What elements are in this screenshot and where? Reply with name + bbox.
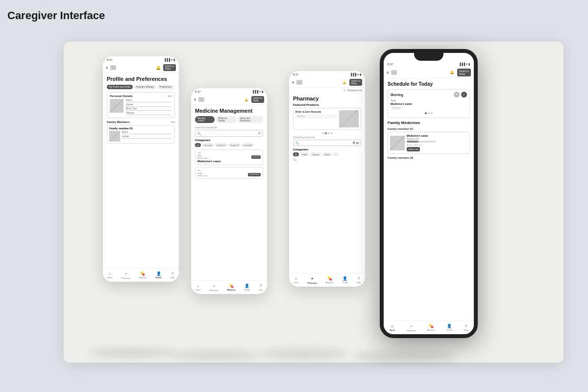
tab-my-profile[interactable]: My Profile and Family [107, 85, 133, 89]
medicine-name-1: Medicine's name [197, 160, 261, 163]
cat-capsule[interactable]: Capsule [310, 152, 321, 156]
gender-field: Gender [126, 103, 171, 107]
switch-role-btn-3[interactable]: Switch toRoles [349, 79, 362, 86]
cat-family03[interactable]: Family 03 [242, 143, 254, 147]
nav-pharmacy-p[interactable]: ＋ Pharmacy [308, 276, 317, 284]
order-status-btn-1[interactable]: Save (?) [251, 155, 261, 159]
nav-pharmacy-s[interactable]: ＋ Pharmacy [407, 323, 416, 332]
personal-details-edit[interactable]: Edit [168, 95, 172, 98]
cat-family02[interactable]: Family 02 [228, 143, 241, 147]
nav-pharmacy-m[interactable]: ＋ Pharmacy [210, 283, 219, 292]
phone-schedule: 8:37 ▐▐▐ ▾ ▮ ≡ 🔔 Switch toRoles Schedule… [380, 49, 478, 338]
showcase-area: 8:37 ▐▐▐ ▾ ▮ ≡ 🔔 Switch toRoles Profile … [64, 42, 564, 363]
nav-home-m[interactable]: ⌂ Home [196, 284, 201, 291]
tab-payment-settings[interactable]: Payment Settings [134, 85, 156, 89]
personal-details-title: Personal Details [110, 95, 133, 98]
tab-notes-reminders[interactable]: Notes and Reminders [238, 116, 263, 123]
nav-profile-p[interactable]: 👤 Profile [343, 276, 348, 284]
medicine-screen-title: Medicine Management [195, 108, 263, 114]
order-card-2: Tag Order Order code Order Status [195, 167, 263, 179]
nav-profile-s[interactable]: 👤 Profile [447, 324, 452, 331]
order-card-1: Tag Date Order code Save (?) Medicine's … [195, 149, 263, 165]
medicine-tabs: Manage Orders Medicine Details Notes and… [195, 116, 263, 123]
nav-help-m[interactable]: ? Help [259, 284, 263, 291]
family-avatar [109, 131, 120, 142]
cat-all[interactable]: All [195, 143, 201, 147]
profile-avatar [110, 99, 123, 113]
amount-left-label: Amount Left [407, 138, 467, 140]
cat-family01[interactable]: Family 01 [215, 143, 227, 147]
profile-screen-title: Profile and Preferences [107, 76, 175, 82]
pharmacy-search-label: Search by keywords [293, 136, 361, 139]
nav-profile[interactable]: 👤 Profile [155, 271, 161, 279]
bottom-nav-pharmacy: ⌂ Home ＋ Pharmacy 💊 Medicine 👤 Profile ? [289, 273, 365, 287]
med-image-01 [390, 136, 405, 150]
bell-icon[interactable]: 🔔 [155, 65, 161, 71]
nav-help-s[interactable]: ? Help [464, 324, 468, 331]
bell-icon-2[interactable]: 🔔 [244, 97, 249, 102]
nav-profile-m[interactable]: 👤 Profile [245, 284, 250, 291]
bottom-nav-profile: ⌂ Home ＋ Pharmacy 💊 Medicine 👤 Profile ? [103, 268, 179, 282]
switch-role-btn[interactable]: Switch toRoles [163, 64, 176, 71]
nav-medicine[interactable]: 💊 Medicine [139, 271, 147, 279]
phone-profile: 8:37 ▐▐▐ ▾ ▮ ≡ 🔔 Switch toRoles Profile … [103, 56, 179, 282]
cat-tablet[interactable]: Tablet [300, 152, 309, 156]
filter-icon-3[interactable]: ⧉ [353, 141, 355, 145]
cat-more[interactable]: ... [333, 152, 339, 156]
cart-icon[interactable]: 🛒 [343, 89, 346, 92]
cat-personal[interactable]: Personal [202, 143, 214, 147]
medicine-categories-label: Categories [195, 139, 263, 142]
nav-home-s[interactable]: ⌂ Home [390, 324, 395, 331]
nav-medicine-m[interactable]: 💊 Medicine [227, 284, 235, 291]
hamburger-icon-2[interactable]: ≡ [194, 98, 196, 102]
switch-role-btn-4[interactable]: Switch toRoles [457, 69, 471, 76]
time-label: Time [391, 99, 467, 102]
family-meds-section: Family Medicines Family member 01 Medici… [388, 121, 470, 159]
pharmacy-categories-label: Categories [293, 148, 361, 151]
family-member-01-section: Family member 01 Medicine's name Amount … [388, 127, 470, 154]
cat-all-p[interactable]: All [293, 152, 299, 156]
nav-home-p[interactable]: ⌂ Home [294, 276, 299, 284]
search-barcode-icon[interactable]: ⊟ [356, 141, 359, 145]
phone-pharmacy: 8:37 ▐▐▐ ▾ ▮ ≡ 🔔 Switch toRoles 🛒 Shoppi… [289, 71, 365, 287]
nav-help-p[interactable]: ? Help [357, 276, 361, 284]
logo-placeholder-4 [391, 70, 397, 75]
tab-preferences[interactable]: Preferences [157, 85, 174, 89]
family-member-card: Family member 01 Name Gender [107, 125, 175, 144]
tab-medicine-details[interactable]: Medicine Details [216, 116, 236, 123]
bell-icon-3[interactable]: 🔔 [342, 79, 347, 85]
tab-manage-orders[interactable]: Manage Orders [195, 116, 215, 123]
featured-card: Refer & Earn Rewards Text box [293, 108, 361, 130]
family-members-edit[interactable]: Edit [171, 121, 175, 123]
dot-4 [331, 132, 333, 134]
hamburger-icon-4[interactable]: ≡ [387, 71, 389, 75]
filter-icon-2[interactable]: ⧉ [258, 131, 261, 135]
bell-icon-4[interactable]: 🔔 [449, 70, 455, 75]
medicine-search-bar[interactable]: 🔍 ⧉ [195, 130, 263, 137]
pharmacy-search-bar[interactable]: 🔍 ⧉ ⊟ [293, 140, 361, 146]
hamburger-icon-3[interactable]: ≡ [292, 80, 294, 85]
cat-inhaler[interactable]: Inhaler [322, 152, 332, 156]
search-icon-2: 🔍 [197, 132, 201, 135]
nav-help[interactable]: ? Help [171, 271, 174, 279]
signal-icon: ▐▐▐ [164, 58, 170, 61]
hamburger-icon[interactable]: ≡ [106, 66, 108, 70]
wifi-icon: ▾ [171, 58, 172, 61]
nav-medicine-p[interactable]: 💊 Medicine [326, 276, 334, 284]
cancel-icon[interactable]: ✕ [454, 92, 460, 98]
switch-role-btn-2[interactable]: Switch toRoles [251, 96, 264, 103]
confirm-icon[interactable]: ✓ [461, 92, 467, 98]
family-member-name: Family member 01 [109, 127, 172, 130]
nav-pharmacy[interactable]: ＋ Pharmacy [122, 271, 130, 279]
add-to-cart-btn[interactable]: Add to cart [407, 147, 420, 151]
s-dot-1 [425, 112, 427, 114]
logo-placeholder-3 [296, 80, 302, 85]
medicine-categories: All Personal Family 01 Family 02 Family … [195, 143, 263, 147]
dot-3 [328, 132, 330, 134]
promo-title: Refer & Earn Rewards [295, 110, 337, 113]
pharmacy-categories: All Tablet Capsule Inhaler ... [293, 152, 361, 156]
nav-home[interactable]: ⌂ Home [107, 271, 113, 279]
personal-details-card: Personal Details Edit Name Gender [107, 92, 175, 118]
order-status-btn-2[interactable]: Order Status [248, 173, 261, 176]
nav-medicine-s[interactable]: 💊 Medicine [427, 324, 435, 331]
